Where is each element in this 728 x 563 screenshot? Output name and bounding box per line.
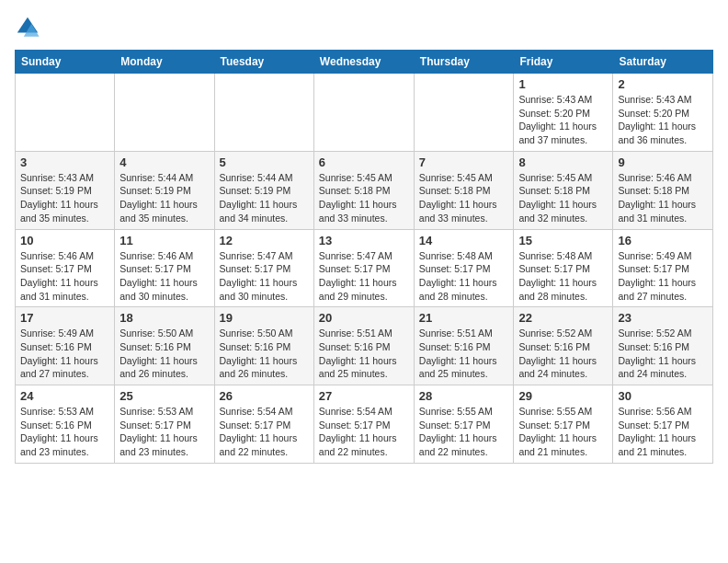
week-row-2: 10Sunrise: 5:46 AM Sunset: 5:17 PM Dayli… [16,229,713,307]
weekday-header-sunday: Sunday [16,51,115,74]
calendar-cell: 18Sunrise: 5:50 AM Sunset: 5:16 PM Dayli… [115,307,214,385]
day-number: 26 [220,389,309,403]
calendar-cell: 15Sunrise: 5:48 AM Sunset: 5:17 PM Dayli… [514,229,613,307]
day-number: 19 [220,311,309,325]
logo [15,15,44,40]
weekday-header-row: SundayMondayTuesdayWednesdayThursdayFrid… [16,51,713,74]
calendar-cell: 30Sunrise: 5:56 AM Sunset: 5:17 PM Dayli… [613,385,713,464]
day-number: 1 [518,77,608,91]
day-info: Sunrise: 5:44 AM Sunset: 5:19 PM Dayligh… [220,171,309,225]
day-number: 16 [618,234,708,247]
calendar-cell: 27Sunrise: 5:54 AM Sunset: 5:17 PM Dayli… [313,385,414,464]
day-number: 23 [618,311,708,325]
day-number: 12 [220,234,309,247]
day-info: Sunrise: 5:55 AM Sunset: 5:17 PM Dayligh… [518,405,608,459]
day-number: 27 [319,389,409,403]
day-number: 24 [20,389,109,403]
calendar-cell: 3Sunrise: 5:43 AM Sunset: 5:19 PM Daylig… [16,151,115,229]
day-info: Sunrise: 5:43 AM Sunset: 5:20 PM Dayligh… [518,93,608,147]
page: SundayMondayTuesdayWednesdayThursdayFrid… [0,0,728,473]
day-info: Sunrise: 5:48 AM Sunset: 5:17 PM Dayligh… [518,249,608,304]
calendar-cell: 29Sunrise: 5:55 AM Sunset: 5:17 PM Dayli… [514,385,613,464]
day-number: 28 [419,389,509,403]
calendar-cell: 14Sunrise: 5:48 AM Sunset: 5:17 PM Dayli… [414,229,514,307]
calendar-cell: 25Sunrise: 5:53 AM Sunset: 5:17 PM Dayli… [115,385,214,464]
calendar-cell: 5Sunrise: 5:44 AM Sunset: 5:19 PM Daylig… [214,151,313,229]
day-info: Sunrise: 5:47 AM Sunset: 5:17 PM Dayligh… [220,249,309,304]
calendar-cell [214,74,313,152]
calendar-cell: 12Sunrise: 5:47 AM Sunset: 5:17 PM Dayli… [214,229,313,307]
calendar-cell [313,74,414,152]
calendar-cell: 22Sunrise: 5:52 AM Sunset: 5:16 PM Dayli… [514,307,613,385]
day-info: Sunrise: 5:56 AM Sunset: 5:17 PM Dayligh… [618,405,708,459]
calendar-cell: 6Sunrise: 5:45 AM Sunset: 5:18 PM Daylig… [313,151,414,229]
calendar-cell: 19Sunrise: 5:50 AM Sunset: 5:16 PM Dayli… [214,307,313,385]
day-info: Sunrise: 5:43 AM Sunset: 5:20 PM Dayligh… [618,93,708,147]
day-info: Sunrise: 5:53 AM Sunset: 5:16 PM Dayligh… [20,405,109,459]
calendar-cell [16,74,115,152]
header [15,15,713,40]
day-number: 7 [419,155,509,169]
weekday-header-friday: Friday [514,51,613,74]
day-number: 18 [119,311,209,325]
day-number: 10 [20,234,109,247]
calendar-cell: 16Sunrise: 5:49 AM Sunset: 5:17 PM Dayli… [613,229,713,307]
calendar-cell [414,74,514,152]
day-info: Sunrise: 5:51 AM Sunset: 5:16 PM Dayligh… [419,327,509,381]
calendar-cell: 7Sunrise: 5:45 AM Sunset: 5:18 PM Daylig… [414,151,514,229]
day-info: Sunrise: 5:46 AM Sunset: 5:17 PM Dayligh… [119,249,209,304]
day-info: Sunrise: 5:44 AM Sunset: 5:19 PM Dayligh… [119,171,209,225]
day-number: 3 [20,155,109,169]
day-number: 11 [119,234,209,247]
day-info: Sunrise: 5:51 AM Sunset: 5:16 PM Dayligh… [319,327,409,381]
day-info: Sunrise: 5:45 AM Sunset: 5:18 PM Dayligh… [319,171,409,225]
calendar-cell: 8Sunrise: 5:45 AM Sunset: 5:18 PM Daylig… [514,151,613,229]
day-info: Sunrise: 5:46 AM Sunset: 5:17 PM Dayligh… [20,249,109,304]
weekday-header-monday: Monday [115,51,214,74]
day-info: Sunrise: 5:43 AM Sunset: 5:19 PM Dayligh… [20,171,109,225]
calendar-cell: 13Sunrise: 5:47 AM Sunset: 5:17 PM Dayli… [313,229,414,307]
calendar-cell: 24Sunrise: 5:53 AM Sunset: 5:16 PM Dayli… [16,385,115,464]
calendar-cell: 1Sunrise: 5:43 AM Sunset: 5:20 PM Daylig… [514,74,613,152]
calendar-cell: 17Sunrise: 5:49 AM Sunset: 5:16 PM Dayli… [16,307,115,385]
calendar-header: SundayMondayTuesdayWednesdayThursdayFrid… [16,51,713,74]
week-row-4: 24Sunrise: 5:53 AM Sunset: 5:16 PM Dayli… [16,385,713,464]
day-info: Sunrise: 5:48 AM Sunset: 5:17 PM Dayligh… [419,249,509,304]
day-number: 5 [220,155,309,169]
weekday-header-tuesday: Tuesday [214,51,313,74]
day-number: 4 [119,155,209,169]
weekday-header-saturday: Saturday [613,51,713,74]
day-number: 17 [20,311,109,325]
calendar-cell: 23Sunrise: 5:52 AM Sunset: 5:16 PM Dayli… [613,307,713,385]
day-info: Sunrise: 5:46 AM Sunset: 5:18 PM Dayligh… [618,171,708,225]
day-info: Sunrise: 5:54 AM Sunset: 5:17 PM Dayligh… [319,405,409,459]
day-info: Sunrise: 5:47 AM Sunset: 5:17 PM Dayligh… [319,249,409,304]
day-info: Sunrise: 5:52 AM Sunset: 5:16 PM Dayligh… [618,327,708,381]
day-info: Sunrise: 5:49 AM Sunset: 5:17 PM Dayligh… [618,249,708,304]
day-info: Sunrise: 5:55 AM Sunset: 5:17 PM Dayligh… [419,405,509,459]
week-row-0: 1Sunrise: 5:43 AM Sunset: 5:20 PM Daylig… [16,74,713,152]
day-number: 20 [319,311,409,325]
day-number: 14 [419,234,509,247]
day-number: 22 [518,311,608,325]
week-row-3: 17Sunrise: 5:49 AM Sunset: 5:16 PM Dayli… [16,307,713,385]
day-number: 25 [119,389,209,403]
calendar-cell: 28Sunrise: 5:55 AM Sunset: 5:17 PM Dayli… [414,385,514,464]
day-info: Sunrise: 5:50 AM Sunset: 5:16 PM Dayligh… [220,327,309,381]
logo-icon [15,15,40,40]
calendar-cell: 21Sunrise: 5:51 AM Sunset: 5:16 PM Dayli… [414,307,514,385]
calendar-table: SundayMondayTuesdayWednesdayThursdayFrid… [15,50,713,464]
day-number: 29 [518,389,608,403]
day-number: 30 [618,389,708,403]
day-number: 8 [518,155,608,169]
day-info: Sunrise: 5:54 AM Sunset: 5:17 PM Dayligh… [220,405,309,459]
calendar-cell: 2Sunrise: 5:43 AM Sunset: 5:20 PM Daylig… [613,74,713,152]
day-number: 15 [518,234,608,247]
day-number: 2 [618,77,708,91]
day-info: Sunrise: 5:45 AM Sunset: 5:18 PM Dayligh… [419,171,509,225]
calendar-cell: 26Sunrise: 5:54 AM Sunset: 5:17 PM Dayli… [214,385,313,464]
day-number: 13 [319,234,409,247]
day-info: Sunrise: 5:50 AM Sunset: 5:16 PM Dayligh… [119,327,209,381]
day-number: 6 [319,155,409,169]
day-info: Sunrise: 5:45 AM Sunset: 5:18 PM Dayligh… [518,171,608,225]
